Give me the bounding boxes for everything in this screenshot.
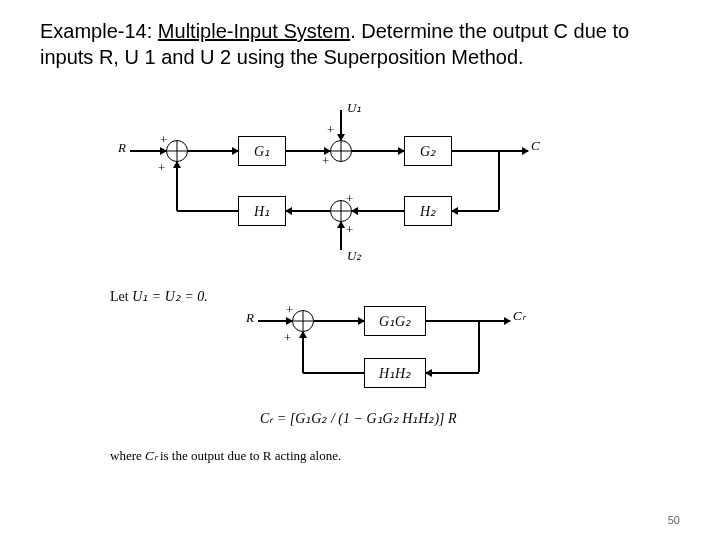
sign-plus: + [346,222,353,238]
sum-1 [166,140,188,162]
wire [314,320,364,322]
label-U1: U₁ [347,100,361,116]
wire [340,222,342,250]
block-H1H2: H₁H₂ [364,358,426,388]
wire [177,210,238,212]
wire [340,110,342,140]
caption: where Cᵣ is the output due to R acting a… [110,448,341,464]
block-G2: G₂ [404,136,452,166]
wire [302,332,304,373]
label-R: R [118,140,126,156]
wire [478,320,480,372]
label-R2: R [246,310,254,326]
sign-plus: + [284,330,291,346]
sum-3 [330,200,352,222]
wire [286,210,330,212]
title-prefix: Example-14: [40,20,158,42]
block-H2: H₂ [404,196,452,226]
sign-plus: + [327,122,334,138]
block-G1: G₁ [238,136,286,166]
block-H1: H₁ [238,196,286,226]
slide-title: Example-14: Multiple-Input System. Deter… [0,0,720,70]
diagram-area: R + + G₁ + U₁ + G₂ C H₂ + + U₂ H₁ Let U₁… [0,70,720,490]
title-underlined: Multiple-Input System [158,20,350,42]
wire [286,150,330,152]
sum-2 [330,140,352,162]
wire [258,320,292,322]
label-CR: Cᵣ [513,308,525,324]
label-C: C [531,138,540,154]
block-G1G2: G₁G₂ [364,306,426,336]
wire [452,210,499,212]
step-let: Let U₁ = U₂ = 0. [110,288,208,305]
wire [130,150,166,152]
sign-plus: + [158,160,165,176]
wire [498,150,500,210]
sum-4 [292,310,314,332]
wire [426,320,510,322]
sign-plus: + [322,153,329,169]
wire [352,210,404,212]
wire [452,150,528,152]
wire [303,372,364,374]
wire [176,162,178,211]
result-formula: Cᵣ = [G₁G₂ / (1 − G₁G₂ H₁H₂)] R [260,410,457,427]
wire [426,372,479,374]
wire [188,150,238,152]
page-number: 50 [668,514,680,526]
label-U2: U₂ [347,248,361,264]
wire [352,150,404,152]
